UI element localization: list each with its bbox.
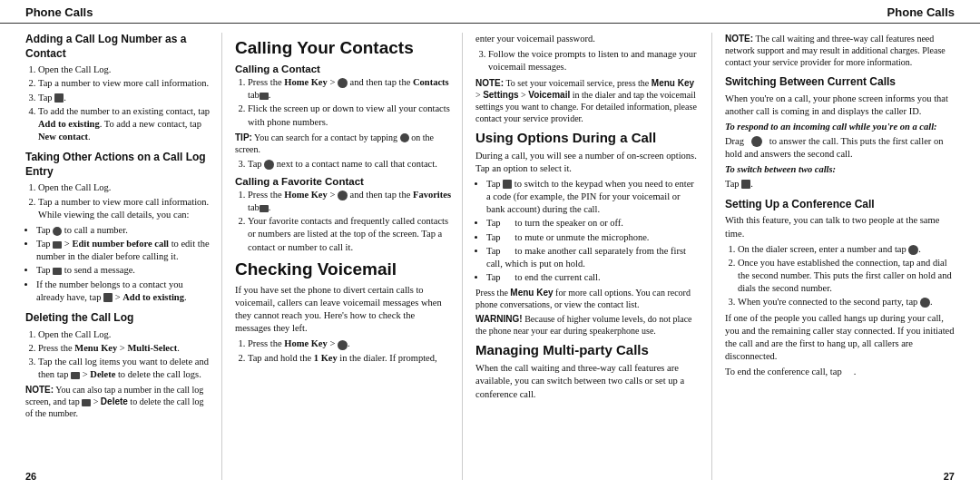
list-item: Press the Home Key > and then tap the Co… — [248, 76, 451, 102]
icon-note — [82, 399, 91, 406]
multiparty-intro: When the call waiting and three-way call… — [475, 362, 701, 401]
list-item: If the number belongs to a contact you a… — [36, 279, 211, 304]
icon-phone-vm — [338, 340, 348, 350]
calling-contact-step3: Tap next to a contact name to call that … — [235, 158, 451, 171]
calling-contact-tip: TIP: You can search for a contact by tap… — [235, 132, 451, 155]
list-item: Open the Call Log. — [38, 64, 211, 76]
icon-fav-tab — [260, 205, 269, 212]
page-number-right: 27 — [944, 471, 955, 480]
switching-italic2: To switch between two calls: — [725, 163, 955, 176]
list-item: Your favorite contacts and frequently ca… — [248, 215, 451, 254]
section-other-bullets: Tap to call a number. Tap > Edit number … — [25, 224, 211, 304]
list-item: Tap a number to view more call informati… — [38, 77, 211, 90]
icon-menu — [53, 241, 62, 249]
icon-conf2 — [920, 298, 930, 308]
conference-intro: With this feature, you can talk to two p… — [725, 214, 955, 240]
switching-italic: To respond to an incoming call while you… — [725, 121, 955, 133]
column-right: NOTE: The call waiting and three-way cal… — [712, 33, 980, 480]
calling-favorite-subtitle: Calling a Favorite Contact — [235, 176, 451, 187]
content: Adding a Call Log Number as a Contact Op… — [0, 24, 980, 489]
calling-contacts-title: Calling Your Contacts — [235, 38, 451, 58]
calling-contact-subtitle: Calling a Contact — [235, 64, 451, 74]
list-item: Tap to mute or unmute the microphone. — [486, 231, 701, 244]
column-mid-left: Calling Your Contacts Calling a Contact … — [222, 33, 463, 480]
section-adding-steps: Open the Call Log. Tap a number to view … — [25, 64, 211, 143]
switching-title: Switching Between Current Calls — [725, 75, 955, 90]
list-item: Follow the voice prompts to listen to an… — [488, 48, 701, 73]
header: Phone Calls Phone Calls — [0, 0, 980, 24]
list-item: Flick the screen up or down to view all … — [248, 103, 451, 128]
section-delete-title: Deleting the Call Log — [25, 311, 211, 326]
list-item: Tap > Edit number before call to edit th… — [36, 238, 211, 263]
list-item: Press the Home Key > . — [248, 337, 451, 350]
using-options-title: Using Options During a Call — [475, 130, 701, 145]
list-item: Press the Home Key > and then tap the Fa… — [248, 189, 451, 214]
column-mid-right: enter your voicemail password. Follow th… — [463, 33, 712, 480]
icon-conf1 — [908, 245, 918, 255]
icon-phone-app2 — [338, 191, 348, 200]
voicemail-note: NOTE: To set your voicemail service, pre… — [475, 77, 701, 124]
icon-msg — [53, 268, 62, 275]
section-other-steps: Open the Call Log. Tap a number to view … — [25, 181, 211, 221]
options-intro: During a call, you will see a number of … — [475, 150, 701, 175]
icon-call — [53, 227, 62, 236]
multiparty-title: Managing Multi-party Calls — [475, 342, 701, 357]
list-item: Tap to call a number. — [36, 224, 211, 237]
icon-add — [103, 293, 113, 302]
icon-drag — [751, 136, 762, 147]
list-item: Tap to switch to the keypad when you nee… — [486, 178, 701, 217]
list-item: Tap a number to view more call informati… — [38, 196, 211, 221]
page-container: Phone Calls Phone Calls Adding a Call Lo… — [0, 0, 980, 489]
list-item: Tap next to a contact name to call that … — [248, 158, 451, 171]
list-item: Tap to end the current call. — [486, 271, 701, 284]
list-item: Open the Call Log. — [38, 181, 211, 194]
section-delete-steps: Open the Call Log. Press the Menu Key > … — [25, 328, 211, 382]
icon-search-tip — [400, 133, 409, 142]
page-number-left: 26 — [25, 471, 36, 480]
section-adding-title: Adding a Call Log Number as a Contact — [25, 33, 211, 61]
list-item: Open the Call Log. — [38, 328, 211, 341]
list-item: Tap the call log items you want to delet… — [38, 356, 211, 381]
list-item: Tap . — [38, 92, 211, 104]
switching-drag: Drag to answer the call. This puts the f… — [725, 135, 955, 161]
calling-favorite-steps: Press the Home Key > and then tap the Fa… — [235, 189, 451, 254]
list-item: Press the Menu Key > Multi-Select. — [38, 342, 211, 355]
options-warning: WARNING! Because of higher volume levels… — [475, 313, 701, 337]
conference-steps: On the dialer screen, enter a number and… — [725, 243, 955, 309]
voicemail-intro: If you have set the phone to divert cert… — [235, 284, 451, 336]
list-item: When you're connected to the second part… — [738, 296, 955, 308]
section-delete-note: NOTE: You can also tap a number in the c… — [25, 384, 211, 419]
list-item: Tap to make another call separately from… — [486, 245, 701, 270]
list-item: To add the number to an existing contact… — [38, 105, 211, 144]
list-item: Tap to turn the speaker on or off. — [486, 217, 701, 230]
icon-switch — [741, 180, 750, 189]
options-note: Press the Menu Key for more call options… — [475, 287, 701, 310]
list-item: On the dialer screen, enter a number and… — [738, 243, 955, 256]
section-other-title: Taking Other Actions on a Call Log Entry — [25, 151, 211, 179]
conference-title: Setting Up a Conference Call — [725, 198, 955, 212]
list-item: Tap to send a message. — [36, 264, 211, 277]
icon-phone-app — [338, 78, 348, 88]
header-right: Phone Calls — [887, 5, 955, 19]
header-left: Phone Calls — [25, 5, 93, 19]
switching-tap: Tap . — [725, 178, 955, 191]
switching-intro: When you're on a call, your phone screen… — [725, 93, 955, 118]
voicemail-continued: enter your voicemail password. — [475, 33, 701, 45]
icon-del — [71, 372, 80, 379]
voicemail-steps: Press the Home Key > . Tap and hold the … — [235, 337, 451, 364]
list-item: Once you have established the connection… — [738, 257, 955, 296]
calling-contact-steps: Press the Home Key > and then tap the Co… — [235, 76, 451, 129]
checking-voicemail-title: Checking Voicemail — [235, 259, 451, 279]
conference-continued: If one of the people you called hangs up… — [725, 312, 955, 364]
icon-keypad — [503, 180, 512, 189]
icon-contacts-tab — [260, 93, 269, 100]
voicemail-step3: Follow the voice prompts to listen to an… — [475, 48, 701, 73]
options-bullets: Tap to switch to the keypad when you nee… — [475, 178, 701, 284]
icon-small — [54, 93, 64, 103]
column-left: Adding a Call Log Number as a Contact Op… — [0, 33, 222, 480]
right-note: NOTE: The call waiting and three-way cal… — [725, 33, 955, 68]
list-item: Tap and hold the 1 Key in the dialer. If… — [248, 352, 451, 365]
icon-call-contact — [264, 160, 274, 170]
conference-end: To end the conference call, tap . — [725, 366, 955, 378]
